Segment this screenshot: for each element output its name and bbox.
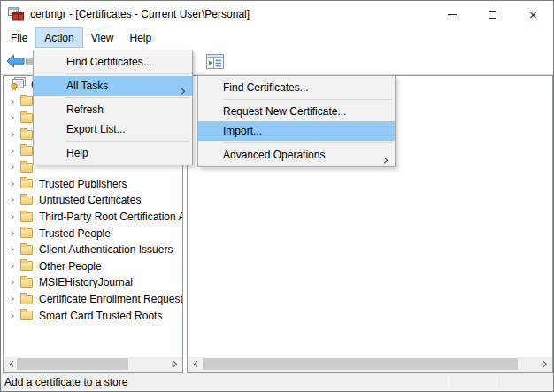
tree-item-label: Untrusted Certificates (39, 194, 141, 206)
chevron-right-icon[interactable] (6, 165, 17, 169)
close-icon: × (529, 8, 537, 21)
chevron-right-icon[interactable] (6, 198, 17, 202)
menu-item-request-new-certificate[interactable]: Request New Certificate... (198, 102, 395, 121)
menu-item-help[interactable]: Help (34, 143, 192, 163)
all-tasks-submenu: Find Certificates...Request New Certific… (197, 75, 396, 167)
minimize-icon (448, 14, 457, 15)
tree-item-other-people[interactable]: Other People (4, 258, 182, 275)
tree-item-label: Certificate Enrollment Requests (39, 293, 182, 305)
maximize-button[interactable] (473, 1, 512, 27)
chevron-right-icon[interactable] (6, 248, 17, 251)
chevron-right-icon[interactable] (6, 314, 17, 318)
folder-icon (20, 245, 33, 255)
menu-item-label: Advanced Operations (223, 149, 325, 161)
menu-item-export-list[interactable]: Export List... (34, 119, 192, 139)
chevron-right-icon (170, 361, 176, 367)
folder-icon (20, 113, 33, 123)
scrollbar-thumb[interactable] (203, 358, 518, 370)
menu-item-label: Refresh (66, 104, 104, 116)
folder-icon (20, 196, 33, 205)
tree-item-label: Trusted People (39, 227, 111, 240)
chevron-right-icon[interactable] (6, 215, 17, 219)
folder-icon (20, 311, 33, 320)
certificates-console-icon (10, 77, 27, 94)
menu-item-find-certificates[interactable]: Find Certificates... (34, 52, 192, 72)
menu-item-import[interactable]: Import... (198, 121, 395, 141)
menu-view-label: View (91, 32, 114, 44)
tree-item-label: Other People (39, 260, 102, 273)
menu-file-label: File (11, 32, 27, 44)
folder-icon (20, 179, 33, 188)
app-icon (8, 7, 24, 21)
chevron-right-icon (540, 361, 546, 367)
folder-icon (20, 96, 33, 106)
menu-separator (65, 97, 189, 98)
chevron-left-icon (9, 361, 15, 367)
menu-item-label: Find Certificates... (66, 56, 152, 68)
tree-item-smart-card-trusted-roots[interactable]: Smart Card Trusted Roots (4, 307, 182, 324)
menu-separator (65, 141, 189, 142)
submenu-arrow-icon (180, 83, 184, 96)
action-dropdown-menu: Find Certificates...All TasksRefreshExpo… (33, 50, 193, 165)
tree-item-trusted-people[interactable]: Trusted People (4, 225, 182, 242)
chevron-right-icon[interactable] (6, 100, 17, 104)
folder-icon (20, 146, 33, 156)
minimize-button[interactable] (432, 1, 472, 27)
menu-help[interactable]: Help (122, 27, 160, 48)
tree-item-client-authentication-issuers[interactable]: Client Authentication Issuers (4, 242, 182, 258)
menu-separator (223, 142, 392, 143)
menu-separator (65, 73, 189, 74)
tree-item-third-party-root-certification-authorities[interactable]: Third-Party Root Certification Authoriti… (4, 209, 182, 226)
menu-item-label: Help (66, 147, 88, 159)
tree-item-msiehistoryjournal[interactable]: MSIEHistoryJournal (4, 274, 182, 291)
console-tree-toggle-icon[interactable] (206, 54, 224, 72)
menu-item-refresh[interactable]: Refresh (34, 100, 192, 119)
chevron-right-icon[interactable] (6, 150, 17, 153)
tree-item-label: Client Authentication Issuers (39, 243, 173, 256)
menu-item-label: Find Certificates... (223, 81, 309, 94)
folder-icon (20, 130, 33, 140)
chevron-right-icon[interactable] (6, 182, 17, 186)
folder-icon (20, 261, 33, 271)
tree-item-label: Trusted Publishers (39, 178, 127, 190)
tree-item-label: Third-Party Root Certification Authoriti… (39, 211, 182, 223)
scroll-right-icon[interactable] (538, 357, 551, 372)
folder-icon (20, 228, 33, 238)
scroll-left-icon[interactable] (189, 357, 202, 372)
chevron-right-icon[interactable] (6, 281, 17, 284)
status-bar: Add a certificate to a store (1, 373, 553, 391)
statusbar-separator (496, 376, 497, 388)
chevron-right-icon[interactable] (6, 116, 17, 119)
chevron-right-icon[interactable] (6, 232, 17, 235)
folder-icon (20, 295, 33, 304)
menu-view[interactable]: View (83, 27, 122, 48)
submenu-arrow-icon (382, 152, 387, 165)
chevron-right-icon[interactable] (6, 133, 17, 136)
menu-item-advanced-operations[interactable]: Advanced Operations (198, 145, 395, 165)
maximize-icon (489, 11, 496, 19)
chevron-right-icon[interactable] (6, 265, 17, 268)
menu-item-find-certificates[interactable]: Find Certificates... (198, 78, 395, 97)
tree-item-label: Smart Card Trusted Roots (39, 310, 162, 322)
scroll-left-icon[interactable] (4, 357, 18, 372)
tree-item-certificate-enrollment-requests[interactable]: Certificate Enrollment Requests (4, 291, 182, 308)
window-title: certmgr - [Certificates - Current User\P… (30, 8, 250, 20)
menu-action[interactable]: Action (35, 27, 82, 48)
menu-help-label: Help (130, 32, 152, 44)
tree-horizontal-scrollbar[interactable] (4, 357, 182, 372)
statusbar-separator (448, 376, 449, 388)
tree-item-trusted-publishers[interactable]: Trusted Publishers (4, 176, 182, 193)
chevron-left-icon (193, 361, 199, 367)
close-button[interactable]: × (513, 1, 553, 27)
list-horizontal-scrollbar[interactable] (188, 357, 552, 372)
chevron-right-icon[interactable] (6, 297, 17, 301)
tree-item-untrusted-certificates[interactable]: Untrusted Certificates (4, 192, 182, 209)
menu-item-all-tasks[interactable]: All Tasks (34, 76, 192, 96)
certmgr-window: certmgr - [Certificates - Current User\P… (0, 0, 554, 392)
menu-separator (223, 99, 392, 100)
menu-item-label: Export List... (66, 123, 126, 135)
scrollbar-thumb[interactable] (17, 358, 128, 370)
menu-file[interactable]: File (3, 27, 35, 48)
scroll-right-icon[interactable] (168, 357, 181, 372)
back-icon[interactable] (6, 54, 25, 71)
